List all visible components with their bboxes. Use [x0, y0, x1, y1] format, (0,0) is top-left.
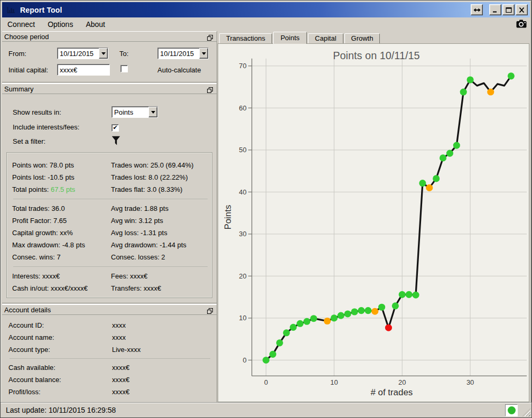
float-panel-icon[interactable]: [207, 86, 213, 96]
tab-points[interactable]: Points: [273, 32, 307, 44]
data-point-caution: [426, 184, 433, 191]
x-tick-label: 0: [264, 378, 268, 386]
stat-text: Interests: xxxx€: [12, 270, 111, 282]
x-axis-title: # of trades: [370, 387, 413, 397]
tab-growth[interactable]: Growth: [344, 33, 380, 43]
account-row: Cash available:xxxx€: [8, 361, 217, 374]
stat-text: Total points: 67.5 pts: [12, 183, 111, 196]
tab-transactions[interactable]: Transactions: [219, 33, 272, 43]
stat-text: Consec. wins: 7: [12, 251, 111, 263]
maximize-button[interactable]: [502, 4, 515, 15]
resize-grip[interactable]: [522, 408, 530, 416]
from-date-select[interactable]: 10/11/2015: [57, 48, 108, 59]
summary-controls: Show results in: Points Include interest…: [2, 94, 217, 146]
stat-text: Avg drawdown: -1.44 pts: [111, 239, 210, 251]
data-point-win: [412, 292, 419, 299]
connection-indicator: [505, 404, 518, 416]
dropdown-arrow-icon[interactable]: [148, 107, 157, 117]
account-row: Account type:Live-xxxx: [8, 343, 217, 356]
menu-connect[interactable]: Connect: [6, 18, 40, 30]
filter-icon[interactable]: [111, 136, 217, 146]
account-row-label: Profit/loss:: [8, 386, 112, 398]
menu-bar: ConnectOptionsAbout: [2, 17, 530, 31]
summary-title: Summary: [4, 85, 34, 93]
initial-capital-input[interactable]: xxxx€: [57, 64, 110, 76]
close-button[interactable]: [516, 4, 528, 15]
title-bar: Report Tool: [2, 2, 530, 17]
account-row-value: xxxx€: [112, 361, 217, 374]
tab-capital[interactable]: Capital: [308, 33, 343, 43]
window-title: Report Tool: [20, 6, 471, 14]
points-line-chart: 0102030405060700102030Points on 10/11/15…: [218, 44, 529, 402]
data-point-win: [446, 150, 453, 157]
data-point-win: [392, 302, 399, 309]
stats-row: Points lost: -10.5 ptsTrades lost: 8.0 (…: [12, 171, 210, 183]
account-row-label: Account balance:: [8, 374, 112, 386]
stat-text: Trades flat: 3.0 (8.33%): [111, 183, 210, 196]
stat-text: Cash in/out: xxxx€/xxxx€: [12, 282, 111, 294]
data-point-win: [378, 304, 385, 311]
minimize-button[interactable]: [489, 4, 501, 15]
connection-status-dot: [508, 406, 516, 414]
stats-row: Interests: xxxx€Fees: xxxx€: [12, 270, 210, 282]
auto-calculate-checkbox[interactable]: [120, 65, 128, 72]
stat-text: Fees: xxxx€: [111, 270, 210, 282]
app-chart-icon: [6, 5, 17, 15]
stats-row: Profit Factor: 7.65Avg win: 3.12 pts: [12, 215, 210, 227]
account-row-value: xxxx: [112, 331, 217, 343]
account-details-list: Account ID:xxxxAccount name:xxxxAccount …: [2, 315, 217, 398]
stat-text: Avg win: 3.12 pts: [111, 215, 210, 227]
data-point-win: [365, 307, 371, 314]
stat-text: Points won: 78.0 pts: [12, 159, 111, 171]
y-tick-label: 60: [239, 104, 246, 112]
account-row: Profit/loss:xxxx€: [8, 386, 217, 398]
data-point-win: [338, 312, 344, 319]
stats-row: Total trades: 36.0Avg trade: 1.88 pts: [12, 202, 210, 215]
y-tick-label: 70: [239, 62, 246, 70]
stats-row: Consec. wins: 7Consec. losses: 2: [12, 251, 210, 263]
auto-calculate-label: Auto-calculate: [157, 66, 211, 74]
section-header-summary: Summary: [2, 83, 217, 94]
dropdown-arrow-icon[interactable]: [199, 48, 208, 59]
stat-text: Total trades: 36.0: [12, 202, 111, 215]
dock-toggle-button[interactable]: [471, 4, 483, 15]
data-point-win: [344, 310, 351, 317]
y-tick-label: 40: [239, 188, 246, 196]
account-row-value: xxxx€: [112, 374, 217, 386]
from-date-value: 10/11/2015: [58, 50, 99, 58]
set-filter-label: Set a filter:: [13, 137, 111, 145]
dropdown-arrow-icon[interactable]: [99, 48, 108, 59]
to-date-select[interactable]: 10/11/2015: [157, 48, 209, 59]
account-row: Account ID:xxxx: [8, 319, 217, 331]
stats-row: Capital growth: xx%Avg loss: -1.31 pts: [12, 227, 210, 239]
account-row-label: Cash available:: [8, 361, 112, 374]
float-panel-icon[interactable]: [207, 306, 213, 317]
menu-options[interactable]: Options: [46, 18, 78, 30]
data-point-win: [419, 180, 426, 187]
stat-text: Consec. losses: 2: [111, 251, 210, 263]
float-panel-icon[interactable]: [207, 33, 213, 43]
left-panel: Choose period From: 10/11/2015 To: 10/11…: [2, 31, 217, 402]
app-window: Report Tool: [0, 0, 532, 418]
show-results-select[interactable]: Points: [111, 106, 158, 118]
to-label: To:: [112, 50, 157, 58]
data-point-win: [310, 315, 317, 322]
choose-period-title: Choose period: [4, 33, 49, 41]
stats-row: Max drawdown: -4.8 ptsAvg drawdown: -1.4…: [12, 239, 210, 251]
y-tick-label: 10: [239, 314, 246, 322]
menu-about[interactable]: About: [85, 18, 110, 30]
section-header-choose-period: Choose period: [2, 31, 217, 42]
x-tick-label: 20: [398, 378, 406, 386]
initial-capital-label: Initial capital:: [8, 66, 57, 74]
data-point-caution: [371, 308, 378, 315]
account-row-value: xxxx€: [112, 386, 217, 398]
stat-text: Transfers: xxxx€: [111, 282, 210, 294]
account-row-label: Account name:: [8, 331, 112, 343]
data-point-win: [290, 324, 297, 331]
data-point-win: [440, 154, 446, 161]
include-fees-checkbox[interactable]: [111, 124, 119, 132]
stat-text: Avg loss: -1.31 pts: [111, 227, 210, 239]
account-row-label: Account ID:: [8, 319, 112, 331]
screenshot-camera-icon[interactable]: [516, 20, 527, 30]
data-point-win: [351, 308, 358, 315]
